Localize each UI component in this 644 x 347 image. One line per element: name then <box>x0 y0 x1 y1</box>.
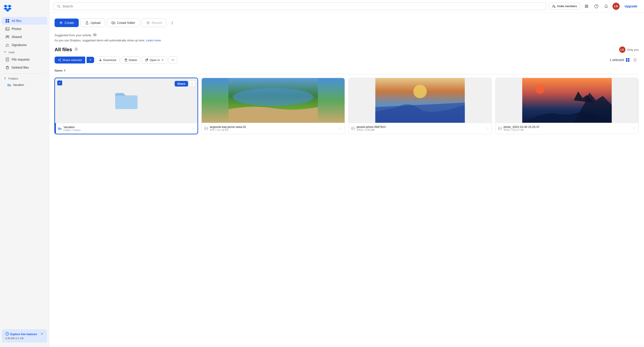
file-card-vacation[interactable]: ✓ Share ⋮ Vacation Folder • 0 items ☆ <box>54 78 198 134</box>
star-icon-pexels[interactable]: ☆ <box>486 126 489 130</box>
file-checkbox[interactable]: ✓ <box>57 80 62 86</box>
grid-toggle[interactable] <box>626 58 630 62</box>
chevron-down-icon <box>89 58 92 61</box>
all-files-icon <box>5 19 10 23</box>
create-folder-button[interactable]: Create folder <box>107 18 140 27</box>
svg-point-70 <box>352 128 353 128</box>
share-dropdown-button[interactable] <box>86 57 94 63</box>
search-bar[interactable] <box>54 2 546 10</box>
more-vertical-icon <box>170 21 174 25</box>
svg-rect-69 <box>352 127 355 130</box>
share-selected-button[interactable]: Share selected <box>54 56 85 64</box>
sidebar-less-label: Less <box>8 50 14 54</box>
file-card-photo2023[interactable]: photo_2023-10-30 15.25.37 JPEG • 122.47 … <box>495 78 639 134</box>
svg-point-55 <box>173 60 174 60</box>
image-icon <box>204 126 208 130</box>
notifications-icon-button[interactable] <box>603 3 610 10</box>
settings-icon[interactable] <box>74 47 78 52</box>
open-in-button[interactable]: Open in <box>142 56 167 64</box>
sidebar-footer: Explore free features 6.98 MB of 2 GB <box>2 329 47 342</box>
search-input[interactable] <box>62 4 543 8</box>
svg-point-42 <box>93 34 96 36</box>
delete-button[interactable]: Delete <box>121 56 141 64</box>
svg-point-38 <box>147 22 149 24</box>
selected-count-label: 1 selected <box>610 58 624 62</box>
photos-icon <box>5 27 10 31</box>
photo-preview-beach <box>202 78 344 123</box>
folder-small-icon <box>58 127 62 130</box>
files-grid: ✓ Share ⋮ Vacation Folder • 0 items ☆ <box>54 78 639 134</box>
header-actions: Invite members <box>549 3 640 10</box>
svg-rect-65 <box>204 127 208 130</box>
star-icon-beach[interactable]: ☆ <box>339 126 342 130</box>
grid-apps-icon <box>584 4 588 8</box>
svg-rect-57 <box>628 58 630 60</box>
invite-icon <box>552 4 556 8</box>
file-requests-icon <box>5 58 10 62</box>
svg-point-54 <box>172 60 173 60</box>
sidebar-less-toggle[interactable]: Less <box>0 49 49 56</box>
sidebar-footer-close-icon[interactable] <box>40 332 44 336</box>
more-actions-button[interactable] <box>168 17 176 28</box>
file-name: Vacation <box>64 126 190 129</box>
file-share-button[interactable]: Share <box>175 81 188 86</box>
learn-more-link[interactable]: Learn more <box>146 39 161 42</box>
svg-point-28 <box>585 7 586 8</box>
signatures-icon <box>5 43 10 47</box>
record-button[interactable]: Record <box>142 18 166 27</box>
svg-point-6 <box>6 36 8 37</box>
svg-point-53 <box>172 60 172 60</box>
apps-icon-button[interactable] <box>583 3 590 10</box>
download-button[interactable]: Download <box>96 56 120 64</box>
svg-point-30 <box>587 7 588 8</box>
sidebar-item-photos[interactable]: Photos <box>2 25 47 33</box>
file-more-button[interactable]: ⋮ <box>189 80 195 87</box>
sidebar-item-file-requests[interactable]: File requests <box>2 56 47 63</box>
storage-icon <box>5 332 9 336</box>
sidebar-folder-vacation[interactable]: Vacation <box>0 82 49 88</box>
shared-icon <box>5 35 10 39</box>
dropbox-logo[interactable] <box>0 3 49 17</box>
sidebar-item-file-requests-label: File requests <box>12 58 30 61</box>
sidebar-item-signatures-label: Signatures <box>12 43 26 47</box>
photo-preview-2023 <box>496 78 638 123</box>
upgrade-button[interactable]: Upgrade <box>622 3 640 10</box>
file-meta-2023: JPEG • 122.47 KB <box>504 128 631 131</box>
invite-members-button[interactable]: Invite members <box>549 3 580 10</box>
sidebar-item-deleted-files[interactable]: Deleted files <box>2 64 47 71</box>
sidebar-item-shared[interactable]: Shared <box>2 33 47 41</box>
svg-point-47 <box>58 60 59 60</box>
sort-asc-icon <box>63 69 66 72</box>
star-icon[interactable]: ☆ <box>192 126 195 130</box>
folder-icon <box>7 84 11 86</box>
sidebar-item-signatures[interactable]: Signatures <box>2 41 47 49</box>
svg-rect-59 <box>628 60 630 62</box>
folders-section-toggle[interactable]: Folders <box>0 75 49 82</box>
svg-rect-56 <box>626 58 628 60</box>
file-name-pexels: pexels-photo-5687913 <box>357 125 484 128</box>
upload-button[interactable]: Upload <box>80 18 105 27</box>
list-view-button[interactable] <box>632 56 639 64</box>
sidebar-item-all-files-label: All files <box>12 19 22 22</box>
create-button[interactable]: Create <box>54 18 79 27</box>
sidebar: All files Photos Shared Signatures Less … <box>0 0 49 347</box>
suggested-body: As you use Dropbox, suggested items will… <box>54 39 639 42</box>
deleted-files-icon <box>5 66 10 70</box>
help-icon-button[interactable] <box>593 3 600 10</box>
file-card-beach[interactable]: angourie-bay-picnic-area-01 JPG • 111.18… <box>202 78 345 134</box>
download-icon <box>99 58 102 62</box>
file-meta-beach: JPG • 111.18 KB <box>210 128 337 131</box>
files-header: All files LG Only you <box>54 46 639 53</box>
svg-point-19 <box>553 5 554 6</box>
share-icon <box>58 58 61 62</box>
star-icon-2023[interactable]: ☆ <box>632 126 636 130</box>
file-card-pexels[interactable]: pexels-photo-5687913 JPEG • 0.96 MB ☆ <box>348 78 492 134</box>
folder-plus-icon <box>112 21 115 24</box>
file-card-info-2023: photo_2023-10-30 15.25.37 JPEG • 122.47 … <box>496 123 638 134</box>
svg-point-64 <box>233 88 314 106</box>
photo-2023-svg <box>496 78 638 123</box>
more-options-button[interactable] <box>168 56 177 64</box>
user-avatar[interactable]: LG <box>612 3 620 10</box>
sidebar-item-all-files[interactable]: All files <box>2 17 47 24</box>
record-icon <box>146 21 150 24</box>
